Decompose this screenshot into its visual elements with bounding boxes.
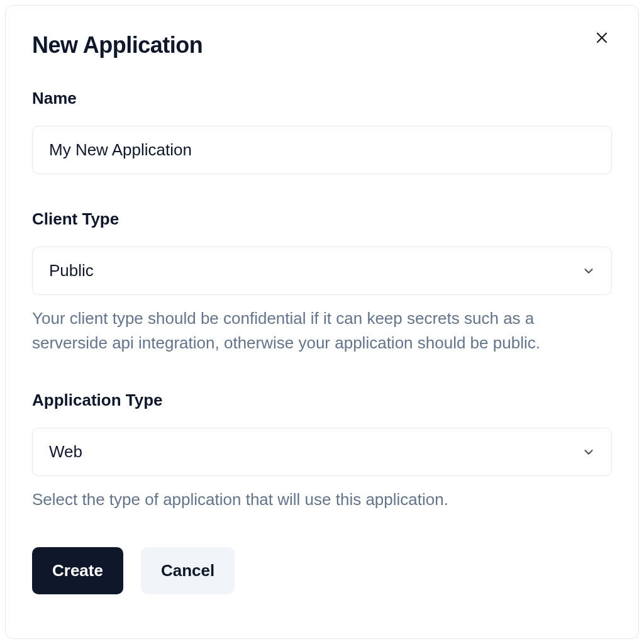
close-icon (594, 30, 609, 47)
application-type-label: Application Type (32, 391, 612, 410)
modal-title: New Application (32, 32, 612, 58)
client-type-select[interactable]: Public (32, 247, 612, 295)
close-button[interactable] (591, 27, 613, 50)
client-type-help-text: Your client type should be confidential … (32, 306, 612, 355)
application-type-select[interactable]: Web (32, 428, 612, 476)
button-row: Create Cancel (32, 547, 612, 594)
name-input[interactable] (32, 126, 612, 174)
client-type-label: Client Type (32, 209, 612, 229)
name-label: Name (32, 89, 612, 108)
application-type-select-wrapper: Web (32, 428, 612, 476)
client-type-field-group: Client Type Public Your client type shou… (32, 209, 612, 355)
new-application-modal: New Application Name Client Type Public … (5, 5, 639, 639)
application-type-field-group: Application Type Web Select the type of … (32, 391, 612, 512)
cancel-button[interactable]: Cancel (141, 547, 235, 594)
client-type-select-wrapper: Public (32, 247, 612, 295)
name-field-group: Name (32, 89, 612, 174)
application-type-help-text: Select the type of application that will… (32, 487, 612, 512)
create-button[interactable]: Create (32, 547, 123, 594)
